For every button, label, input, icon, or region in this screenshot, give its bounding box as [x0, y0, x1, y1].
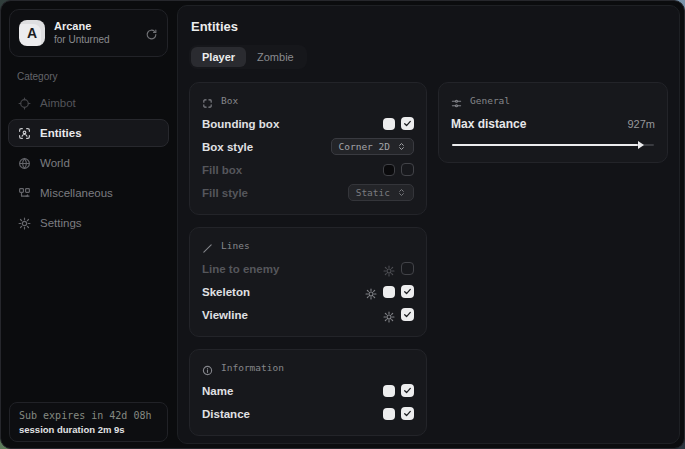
- setting-row-viewline: Viewline: [202, 304, 414, 325]
- gear-icon: [18, 217, 31, 230]
- information-card-header: Information: [202, 357, 414, 377]
- setting-row-max-distance: Max distance 927m: [451, 113, 655, 134]
- brand-subtitle: for Unturned: [54, 34, 110, 47]
- setting-row-name: Name: [202, 380, 414, 401]
- general-card: General Max distance 927m: [438, 82, 668, 163]
- color-swatch[interactable]: [383, 408, 395, 420]
- fill-style-dropdown[interactable]: Static: [348, 184, 414, 201]
- box-corners-icon: [202, 95, 213, 106]
- app-window: A Arcane for Unturned Category Aimbot: [0, 0, 685, 449]
- max-distance-value: 927m: [627, 118, 655, 130]
- subscription-expires: Sub expires in 42d 08h: [19, 410, 158, 421]
- general-card-header: General: [451, 90, 655, 110]
- sidebar-item-label: Aimbot: [40, 97, 76, 109]
- setting-row-fill-box: Fill box: [202, 159, 414, 180]
- sidebar-item-miscellaneous[interactable]: Miscellaneous: [8, 179, 169, 207]
- setting-row-fill-style: Fill style Static: [202, 182, 414, 203]
- chevron-up-down-icon: [397, 188, 406, 197]
- setting-row-box-style: Box style Corner 2D: [202, 136, 414, 157]
- checkbox-checked[interactable]: [401, 285, 414, 298]
- tab-bar: Player Zombie: [189, 45, 307, 69]
- sidebar-item-label: Miscellaneous: [40, 187, 113, 199]
- main-panel: Entities Player Zombie Box: [177, 5, 680, 444]
- max-distance-label: Max distance: [451, 117, 526, 131]
- gear-icon[interactable]: [383, 263, 395, 275]
- max-distance-slider[interactable]: [452, 144, 654, 146]
- crosshair-icon: [18, 97, 31, 110]
- sidebar-item-label: Settings: [40, 217, 82, 229]
- row-label: Line to enemy: [202, 263, 279, 275]
- color-swatch[interactable]: [383, 164, 395, 176]
- checkbox-checked[interactable]: [401, 407, 414, 420]
- setting-row-line-to-enemy: Line to enemy: [202, 258, 414, 279]
- right-column: General Max distance 927m: [438, 82, 668, 163]
- checkbox-unchecked[interactable]: [401, 163, 414, 176]
- row-label: Fill box: [202, 164, 242, 176]
- row-label: Skeleton: [202, 286, 250, 298]
- lines-card: Lines Line to enemy Skeleton: [189, 227, 427, 337]
- row-label: Box style: [202, 141, 253, 153]
- setting-row-bounding-box: Bounding box: [202, 113, 414, 134]
- info-icon: [202, 362, 213, 373]
- row-label: Fill style: [202, 187, 248, 199]
- tab-player[interactable]: Player: [191, 47, 246, 67]
- color-swatch[interactable]: [383, 118, 395, 130]
- sidebar-item-world[interactable]: World: [8, 149, 169, 177]
- sidebar-item-entities[interactable]: Entities: [8, 119, 169, 147]
- content-columns: Box Bounding box Box style: [189, 82, 668, 436]
- tab-zombie[interactable]: Zombie: [246, 47, 305, 67]
- brand-card: A Arcane for Unturned: [9, 9, 168, 57]
- sidebar-item-settings[interactable]: Settings: [8, 209, 169, 237]
- checkbox-checked[interactable]: [401, 384, 414, 397]
- sidebar: A Arcane for Unturned Category Aimbot: [1, 1, 176, 448]
- general-card-title: General: [470, 95, 510, 106]
- brand-name: Arcane: [54, 20, 110, 34]
- information-card-title: Information: [221, 362, 284, 373]
- box-card: Box Bounding box Box style: [189, 82, 427, 215]
- checkbox-checked[interactable]: [401, 308, 414, 321]
- brand-text: Arcane for Unturned: [54, 20, 110, 46]
- subscription-card: Sub expires in 42d 08h session duration …: [9, 402, 168, 442]
- chevron-up-down-icon: [397, 142, 406, 151]
- sidebar-item-label: World: [40, 157, 70, 169]
- checkbox-unchecked[interactable]: [401, 262, 414, 275]
- category-label: Category: [17, 71, 176, 82]
- color-swatch[interactable]: [383, 385, 395, 397]
- scan-person-icon: [18, 127, 31, 140]
- sidebar-item-label: Entities: [40, 127, 82, 139]
- box-style-dropdown[interactable]: Corner 2D: [331, 138, 414, 155]
- diagonal-line-icon: [202, 240, 213, 251]
- hierarchy-icon: [18, 187, 31, 200]
- brand-logo: A: [19, 20, 45, 46]
- sidebar-nav: Aimbot Entities World: [1, 88, 176, 238]
- row-label: Bounding box: [202, 118, 279, 130]
- dropdown-value: Static: [356, 187, 390, 198]
- box-card-header: Box: [202, 90, 414, 110]
- information-card: Information Name Distance: [189, 349, 427, 436]
- page-title: Entities: [191, 19, 668, 34]
- gear-icon[interactable]: [365, 286, 377, 298]
- box-card-title: Box: [221, 95, 238, 106]
- slider-fill[interactable]: [452, 144, 638, 146]
- row-label: Name: [202, 385, 233, 397]
- lines-card-header: Lines: [202, 235, 414, 255]
- setting-row-distance: Distance: [202, 403, 414, 424]
- checkbox-checked[interactable]: [401, 117, 414, 130]
- setting-row-skeleton: Skeleton: [202, 281, 414, 302]
- row-label: Distance: [202, 408, 250, 420]
- dropdown-value: Corner 2D: [339, 141, 390, 152]
- refresh-icon[interactable]: [145, 27, 158, 40]
- left-column: Box Bounding box Box style: [189, 82, 427, 436]
- sliders-icon: [451, 95, 462, 106]
- session-duration: session duration 2m 9s: [19, 424, 158, 435]
- gear-icon[interactable]: [383, 309, 395, 321]
- row-label: Viewline: [202, 309, 248, 321]
- lines-card-title: Lines: [221, 240, 250, 251]
- color-swatch[interactable]: [383, 286, 395, 298]
- sidebar-item-aimbot[interactable]: Aimbot: [8, 89, 169, 117]
- globe-icon: [18, 157, 31, 170]
